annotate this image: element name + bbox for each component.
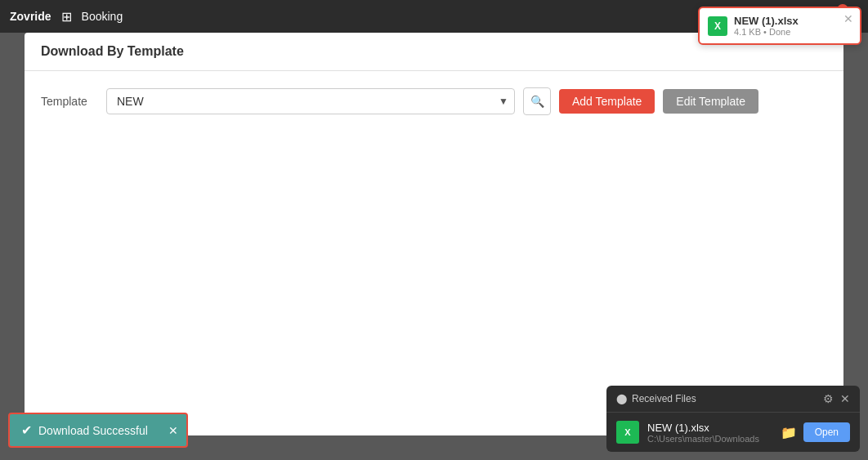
received-file-item: X NEW (1).xlsx C:\Users\master\Downloads… xyxy=(606,413,860,452)
template-label: Template xyxy=(41,95,98,108)
success-close-icon[interactable]: ✕ xyxy=(168,424,178,437)
xlsx-file-icon: X xyxy=(708,16,727,36)
checkmark-icon: ✔ xyxy=(21,422,32,438)
success-banner: ✔ Download Successful ✕ xyxy=(8,413,188,448)
folder-icon[interactable]: 📁 xyxy=(781,425,797,440)
received-file-path: C:\Users\master\Downloads xyxy=(647,434,772,444)
received-file-name: NEW (1).xlsx xyxy=(647,422,772,434)
received-header-actions: ⚙ ✕ xyxy=(823,392,850,405)
received-files-header: ⬤ Received Files ⚙ ✕ xyxy=(606,386,860,413)
received-item-actions: 📁 Open xyxy=(781,422,850,442)
search-button[interactable]: 🔍 xyxy=(523,87,551,115)
received-files-dot-icon: ⬤ xyxy=(616,393,627,404)
received-files-panel: ⬤ Received Files ⚙ ✕ X NEW (1).xlsx C:\U… xyxy=(606,386,860,452)
received-files-title-area: ⬤ Received Files xyxy=(616,393,696,404)
success-message: Download Successful xyxy=(38,424,148,437)
template-row: Template NEW ▼ 🔍 Add Template Edit Templ… xyxy=(41,87,827,115)
download-toast-filename: NEW (1).xlsx xyxy=(734,15,799,27)
download-toast-meta: 4.1 KB • Done xyxy=(734,27,799,37)
close-panel-icon[interactable]: ✕ xyxy=(840,392,850,405)
received-files-title: Received Files xyxy=(632,393,696,404)
download-toast-info: NEW (1).xlsx 4.1 KB • Done xyxy=(734,15,799,37)
settings-icon[interactable]: ⚙ xyxy=(823,392,834,405)
template-select-wrapper: NEW ▼ xyxy=(106,88,515,114)
download-toast-close-icon[interactable]: ✕ xyxy=(843,13,853,25)
app-logo: Zovride xyxy=(10,10,51,23)
edit-template-button[interactable]: Edit Template xyxy=(663,89,758,114)
topbar-booking-label: Booking xyxy=(82,10,123,23)
template-select[interactable]: NEW xyxy=(106,88,515,114)
download-toast: X NEW (1).xlsx 4.1 KB • Done ✕ xyxy=(698,7,861,45)
search-icon: 🔍 xyxy=(530,95,544,108)
download-by-template-dialog: Download By Template Template NEW ▼ 🔍 Ad… xyxy=(25,33,843,435)
dialog-body: Template NEW ▼ 🔍 Add Template Edit Templ… xyxy=(25,71,843,435)
add-template-button[interactable]: Add Template xyxy=(559,89,655,114)
received-xlsx-icon: X xyxy=(616,421,639,444)
received-file-info: NEW (1).xlsx C:\Users\master\Downloads xyxy=(647,422,772,444)
open-file-button[interactable]: Open xyxy=(803,422,850,442)
grid-icon: ⊞ xyxy=(61,9,72,25)
